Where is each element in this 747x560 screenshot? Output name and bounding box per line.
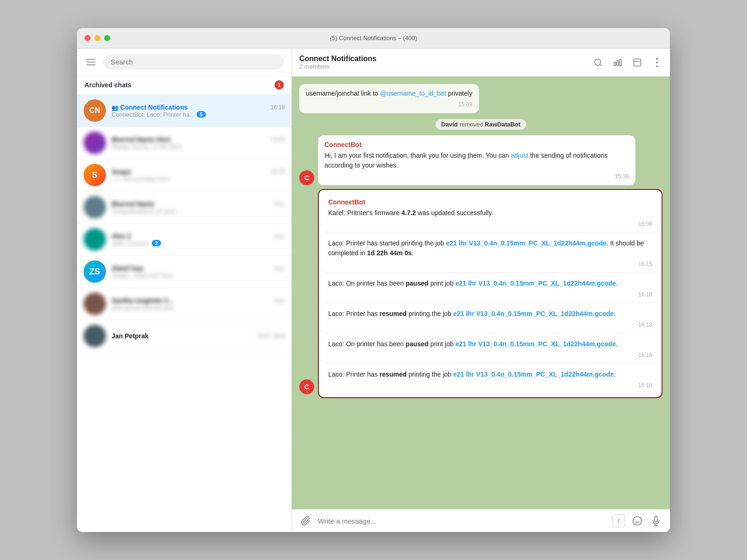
msg1-version: 4.7.2 [402, 209, 416, 217]
chat-header-sub: 2 members [299, 63, 592, 70]
svg-point-9 [656, 65, 658, 67]
more-icon[interactable] [651, 57, 662, 68]
search-icon[interactable] [592, 57, 604, 68]
chat-name-row-c6: Zlatof hop time [112, 265, 285, 272]
chat-item-c8[interactable]: Jan Petprak 18.07.2020 [77, 320, 291, 352]
chat-header-info: Connect Notifications 2 members [299, 55, 592, 70]
msg5-link[interactable]: e21 lhr V13_0.4n_0.15mm_PC_XL_1d22h44m.g… [455, 340, 616, 348]
msg3-t2: print job [429, 280, 456, 287]
system-message-row: David removed RawDataBot [299, 119, 662, 130]
first-msg-time: 15:36 [324, 172, 629, 181]
group-msg-4: Laco: Printer has resumed printing the j… [323, 305, 658, 333]
group-msg-5: Laco: On printer has been paused print j… [323, 336, 658, 363]
adjust-link[interactable]: adjust [511, 152, 528, 159]
msg4-t1: Laco: Printer has [328, 310, 380, 317]
chat-preview-c7: start joined blurred text [112, 304, 285, 311]
chat-area: Connect Notifications 2 members [292, 49, 670, 532]
svg-line-1 [600, 64, 602, 66]
msg4-link[interactable]: e21 lhr V13_0.4n_0.15mm_PC_XL_1d22h44m.g… [453, 310, 614, 317]
first-bot-message-row: C ConnectBot Hi, I am your first notific… [299, 135, 662, 185]
msg3-time: 16:18 [328, 290, 652, 299]
close-button[interactable] [85, 35, 91, 41]
search-input[interactable] [103, 54, 284, 70]
first-bot-bubble: ConnectBot Hi, I am your first notificat… [318, 135, 635, 185]
msg2-time: 16:15 [328, 260, 652, 268]
attach-icon[interactable] [299, 514, 312, 527]
chat-item-c2[interactable]: Blurred Name Here 15:00 Marian Durna, 17… [77, 127, 291, 159]
voice-icon[interactable] [649, 514, 662, 527]
system-text: removed [459, 121, 485, 128]
msg1-time: 16:08 [328, 220, 652, 228]
msg1-t1: Karel: Pritnter's firmware [328, 209, 402, 217]
group-msg-6: Laco: Printer has resumed printing the j… [323, 366, 658, 393]
connectbot-sender: ConnectBot [324, 140, 629, 150]
msg2-duration: 1d 22h 44m 0s [367, 249, 412, 257]
chat-name-c3: Snaps [112, 168, 131, 175]
msg6-link[interactable]: e21 lhr V13_0.4n_0.15mm_PC_XL_1d22h44m.g… [453, 371, 614, 378]
badge-c5: 2 [152, 240, 161, 246]
chat-time-c5: time [274, 233, 285, 239]
svg-rect-5 [634, 59, 641, 66]
avatar-c3: S [84, 164, 106, 186]
minimize-button[interactable] [94, 35, 100, 41]
chat-info-c2: Blurred Name Here 15:00 Marian Durna, 17… [112, 136, 285, 150]
chat-name-cn: 👥 Connect Notifications [112, 104, 188, 111]
message-input[interactable] [318, 517, 606, 525]
chat-name-c6: Zlatof hop [112, 265, 143, 272]
archived-badge: 1 [275, 80, 284, 90]
msg3-link[interactable]: e21 lhr V13_0.4n_0.15mm_PC_XL_1d22h44m.g… [455, 280, 616, 287]
chat-name-c5: Alex Z [112, 232, 131, 240]
chat-preview-c4: Congratulations on your... [112, 208, 285, 215]
svg-rect-4 [620, 59, 621, 65]
chat-time-c2: 15:00 [271, 136, 285, 143]
group-msg-2: Laco: Printer has started printing the j… [323, 235, 658, 272]
archived-chats-header[interactable]: Archived chats 1 [77, 76, 291, 95]
msg2-t1: Laco: Printer has started printing the j… [328, 239, 446, 247]
msg4-t2: printing the job [407, 310, 453, 317]
msg3-paused: paused [406, 280, 429, 287]
msg4-t3: . [614, 310, 616, 317]
chat-item-c6[interactable]: ZS Zlatof hop time Snaps - extra text he… [77, 256, 291, 288]
chat-info-c3: Snaps 15:19 ✓✓ text preview here [112, 168, 285, 182]
emoji-icon[interactable] [631, 514, 644, 527]
chat-name-c2: Blurred Name Here [112, 136, 171, 143]
avatar-cn: CN [84, 99, 106, 122]
chat-item-c5[interactable]: Alex Z time froky 1 photos 2 [77, 224, 291, 256]
avatar-c4 [84, 196, 106, 218]
chat-preview-c5: froky 1 photos 2 [112, 240, 285, 247]
chat-item-c7[interactable]: Santha maghete V... time start joined bl… [77, 288, 291, 320]
layout-icon[interactable] [632, 57, 643, 68]
chat-input-bar: / [292, 509, 670, 532]
chat-name-row-c8: Jan Petprak 18.07.2020 [112, 332, 285, 340]
svg-point-7 [656, 58, 658, 60]
hamburger-icon[interactable] [85, 57, 98, 67]
chat-time-c7: time [274, 297, 285, 304]
svg-point-10 [633, 517, 641, 525]
username-link[interactable]: @username_to_id_bot [380, 90, 446, 97]
msg5-t3: . [616, 340, 618, 348]
unread-badge-cn: 5 [197, 111, 206, 118]
chat-name-c8: Jan Petprak [112, 332, 148, 340]
maximize-button[interactable] [104, 35, 110, 41]
svg-rect-2 [614, 62, 616, 66]
david-name: David [441, 121, 458, 128]
command-icon[interactable]: / [612, 514, 625, 527]
mute-icon[interactable] [612, 57, 623, 68]
chat-name-row-c2: Blurred Name Here 15:00 [112, 136, 285, 143]
sidebar-top [77, 49, 291, 76]
bot-avatar-c: C [299, 170, 314, 185]
msg2-link[interactable]: e21 lhr V13_0.4n_0.15mm_PC_XL_1d22h44m.g… [446, 239, 606, 247]
msg2-t3: . [412, 249, 414, 257]
avatar-c2 [84, 132, 106, 154]
chat-item-c4[interactable]: Blurred Name time Congratulations on you… [77, 191, 291, 224]
window-controls [85, 35, 110, 41]
chat-item-c3[interactable]: S Snaps 15:19 ✓✓ text preview here [77, 159, 291, 191]
chat-name-row-cn: 👥 Connect Notifications 16:18 [112, 104, 285, 111]
chat-preview-c3: ✓✓ text preview here [112, 175, 285, 182]
chat-item-cn[interactable]: CN 👥 Connect Notifications 16:18 Connect… [77, 95, 291, 127]
msg4-resumed: resumed [380, 310, 407, 317]
bot-avatar-c2: C [299, 379, 314, 394]
chat-info-c7: Santha maghete V... time start joined bl… [112, 297, 285, 311]
chat-name-row-c5: Alex Z time [112, 232, 285, 240]
chat-preview-c2: Marian Durna, 17.08 2021 [112, 143, 285, 150]
